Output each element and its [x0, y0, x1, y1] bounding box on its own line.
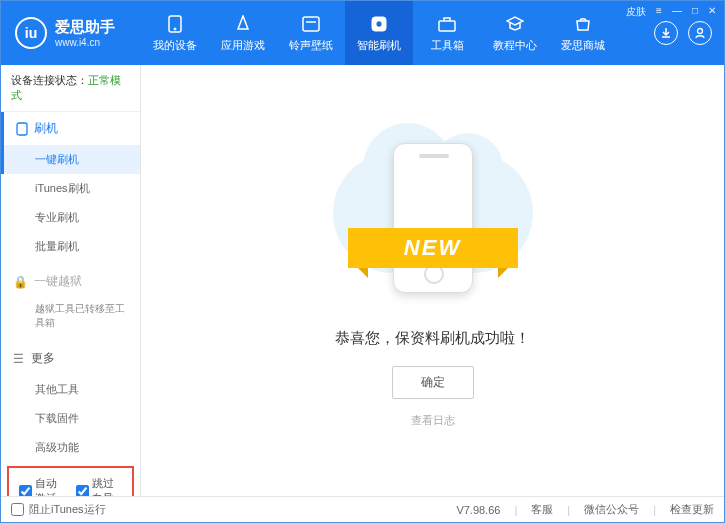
logo-icon: iu: [15, 17, 47, 49]
update-link[interactable]: 检查更新: [670, 502, 714, 517]
sidebar-item-download-firmware[interactable]: 下载固件: [1, 404, 140, 433]
wechat-link[interactable]: 微信公众号: [584, 502, 639, 517]
nav-label: 应用游戏: [221, 38, 265, 53]
nav-tutorials[interactable]: 教程中心: [481, 1, 549, 65]
view-log-link[interactable]: 查看日志: [411, 413, 455, 428]
sidebar-item-onekey-flash[interactable]: 一键刷机: [1, 145, 140, 174]
main-content: NEW 恭喜您，保资料刷机成功啦！ 确定 查看日志: [141, 65, 724, 496]
apps-icon: [233, 14, 253, 34]
service-link[interactable]: 客服: [531, 502, 553, 517]
block-itunes-checkbox[interactable]: 阻止iTunes运行: [11, 502, 106, 517]
checkbox-input[interactable]: [19, 485, 32, 497]
header: 皮肤 ≡ — □ ✕ iu 爱思助手 www.i4.cn 我的设备 应用游戏: [1, 1, 724, 65]
nav-smart-flash[interactable]: 智能刷机: [345, 1, 413, 65]
body: 设备连接状态：正常模式 刷机 一键刷机 iTunes刷机 专业刷机 批量刷机 🔒…: [1, 65, 724, 496]
checkbox-input[interactable]: [76, 485, 89, 497]
sidebar: 设备连接状态：正常模式 刷机 一键刷机 iTunes刷机 专业刷机 批量刷机 🔒…: [1, 65, 141, 496]
sidebar-item-other-tools[interactable]: 其他工具: [1, 375, 140, 404]
settings-button[interactable]: ≡: [656, 5, 662, 19]
checkbox-label: 阻止iTunes运行: [29, 502, 106, 517]
ok-button[interactable]: 确定: [392, 366, 474, 399]
checkbox-label: 跳过向导: [92, 476, 123, 496]
wallpaper-icon: [301, 14, 321, 34]
svg-point-5: [698, 29, 703, 34]
svg-rect-6: [17, 123, 27, 135]
sidebar-item-itunes-flash[interactable]: iTunes刷机: [1, 174, 140, 203]
nav-label: 铃声壁纸: [289, 38, 333, 53]
app-url: www.i4.cn: [55, 37, 115, 48]
top-nav: 我的设备 应用游戏 铃声壁纸 智能刷机 工具箱 教程中心: [141, 1, 654, 65]
section-label: 更多: [31, 350, 55, 367]
checkbox-label: 自动激活: [35, 476, 66, 496]
store-icon: [573, 14, 593, 34]
jailbreak-note: 越狱工具已转移至工具箱: [1, 298, 140, 338]
window-controls: 皮肤 ≡ — □ ✕: [626, 5, 716, 19]
nav-my-device[interactable]: 我的设备: [141, 1, 209, 65]
checkbox-highlight: 自动激活 跳过向导: [7, 466, 134, 496]
new-ribbon: NEW: [348, 228, 518, 268]
checkbox-input[interactable]: [11, 503, 24, 516]
tutorial-icon: [505, 14, 525, 34]
checkbox-skip-guide[interactable]: 跳过向导: [76, 476, 123, 496]
sidebar-section-more[interactable]: ☰ 更多: [1, 342, 140, 375]
user-icon[interactable]: [688, 21, 712, 45]
logo: iu 爱思助手 www.i4.cn: [1, 1, 141, 65]
maximize-button[interactable]: □: [692, 5, 698, 19]
connection-status: 设备连接状态：正常模式: [1, 65, 140, 112]
footer: 阻止iTunes运行 V7.98.66 | 客服 | 微信公众号 | 检查更新: [1, 496, 724, 522]
sidebar-section-jailbreak: 🔒 一键越狱: [1, 265, 140, 298]
svg-rect-4: [439, 21, 455, 31]
close-button[interactable]: ✕: [708, 5, 716, 19]
nav-apps-games[interactable]: 应用游戏: [209, 1, 277, 65]
list-icon: ☰: [13, 352, 25, 366]
nav-store[interactable]: 爱思商城: [549, 1, 617, 65]
status-label: 设备连接状态：: [11, 74, 88, 86]
svg-point-1: [174, 28, 176, 30]
sidebar-section-flash[interactable]: 刷机: [1, 112, 140, 145]
success-message: 恭喜您，保资料刷机成功啦！: [335, 329, 530, 348]
success-illustration: NEW: [333, 133, 533, 313]
nav-label: 爱思商城: [561, 38, 605, 53]
checkbox-auto-activate[interactable]: 自动激活: [19, 476, 66, 496]
lock-icon: 🔒: [13, 275, 28, 289]
section-label: 刷机: [34, 120, 58, 137]
phone-icon: [16, 122, 28, 136]
skin-button[interactable]: 皮肤: [626, 5, 646, 19]
nav-label: 智能刷机: [357, 38, 401, 53]
sidebar-item-pro-flash[interactable]: 专业刷机: [1, 203, 140, 232]
flash-icon: [369, 14, 389, 34]
sidebar-item-batch-flash[interactable]: 批量刷机: [1, 232, 140, 261]
nav-label: 我的设备: [153, 38, 197, 53]
nav-label: 教程中心: [493, 38, 537, 53]
footer-right: V7.98.66 | 客服 | 微信公众号 | 检查更新: [456, 502, 714, 517]
app-window: 皮肤 ≡ — □ ✕ iu 爱思助手 www.i4.cn 我的设备 应用游戏: [0, 0, 725, 523]
version-label: V7.98.66: [456, 504, 500, 516]
nav-label: 工具箱: [431, 38, 464, 53]
toolbox-icon: [437, 14, 457, 34]
minimize-button[interactable]: —: [672, 5, 682, 19]
nav-ringtone-wallpaper[interactable]: 铃声壁纸: [277, 1, 345, 65]
nav-toolbox[interactable]: 工具箱: [413, 1, 481, 65]
section-label: 一键越狱: [34, 273, 82, 290]
phone-icon: [165, 14, 185, 34]
download-icon[interactable]: [654, 21, 678, 45]
svg-rect-2: [303, 17, 319, 31]
sidebar-item-advanced[interactable]: 高级功能: [1, 433, 140, 462]
app-title: 爱思助手: [55, 18, 115, 37]
